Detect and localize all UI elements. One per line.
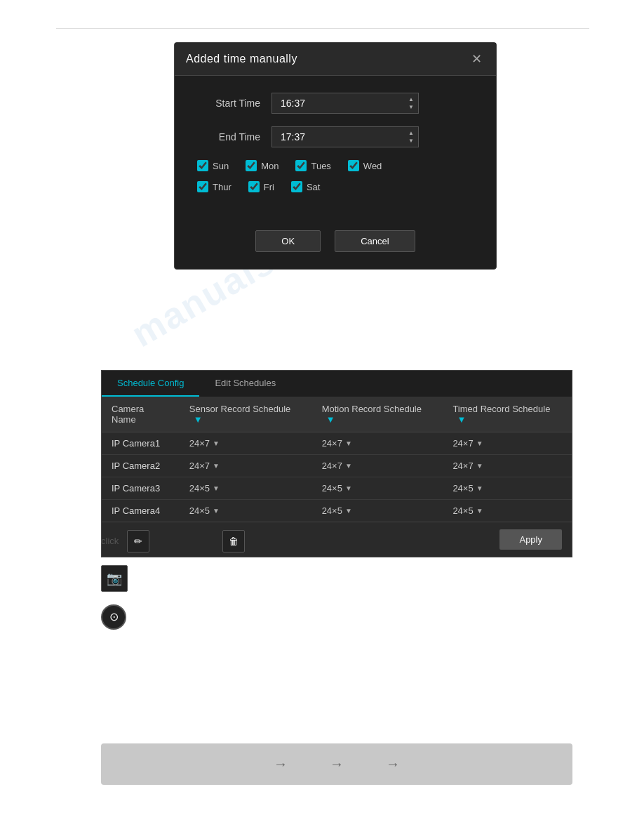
start-time-spinner[interactable]: ▲ ▼ <box>404 94 418 112</box>
sensor-value-3: 24×5 <box>189 505 210 516</box>
checkbox-thur[interactable] <box>197 181 208 192</box>
timed-value-0: 24×7 <box>452 438 473 449</box>
sensor-chevron-3: ▼ <box>213 507 220 515</box>
icon-section: click ✏ 🗑 📷 ⊙ <box>101 530 245 642</box>
checkbox-fri[interactable] <box>248 181 260 192</box>
nav-arrow-2[interactable]: → <box>330 756 344 772</box>
sensor-select-1[interactable]: 24×7 ▼ <box>189 461 302 471</box>
motion-value-1: 24×7 <box>322 461 342 471</box>
sensor-value-1: 24×7 <box>189 461 210 471</box>
schedule-config-section: Schedule Config Edit Schedules Camera Na… <box>101 370 572 557</box>
motion-select-1[interactable]: 24×7 ▼ <box>322 461 434 471</box>
end-time-up[interactable]: ▲ <box>408 129 414 137</box>
timed-chevron-1: ▼ <box>476 462 483 470</box>
motion-select-2[interactable]: 24×5 ▼ <box>322 483 434 494</box>
day-wed[interactable]: Wed <box>348 160 382 171</box>
cell-timed-3: 24×5 ▼ <box>443 500 572 522</box>
day-tues[interactable]: Tues <box>295 160 330 171</box>
dialog-footer: OK Cancel <box>175 219 496 269</box>
end-time-value: 17:37 <box>272 127 404 147</box>
motion-value-3: 24×5 <box>322 505 342 516</box>
edit-icon: ✏ <box>127 530 149 552</box>
sensor-chevron-0: ▼ <box>213 439 220 447</box>
tab-edit-schedules[interactable]: Edit Schedules <box>199 371 291 397</box>
dialog-close-button[interactable]: ✕ <box>469 51 485 67</box>
day-mon-label: Mon <box>261 161 279 171</box>
cell-motion-1: 24×7 ▼ <box>312 455 443 477</box>
sensor-value-0: 24×7 <box>189 438 210 449</box>
checkbox-mon[interactable] <box>246 160 257 171</box>
dialog-titlebar: Added time manually ✕ <box>175 43 496 76</box>
start-time-field[interactable]: 16:37 ▲ ▼ <box>271 93 419 114</box>
cell-sensor-1: 24×7 ▼ <box>180 455 312 477</box>
day-sat[interactable]: Sat <box>291 181 321 192</box>
nav-arrow-1[interactable]: → <box>274 756 288 772</box>
dialog-body: Start Time 16:37 ▲ ▼ End Time 17:37 ▲ ▼ <box>175 76 496 219</box>
table-header-row: Camera Name Sensor Record Schedule ▼ Mot… <box>102 397 572 432</box>
sensor-select-0[interactable]: 24×7 ▼ <box>189 438 302 449</box>
timed-select-2[interactable]: 24×5 ▼ <box>452 483 562 494</box>
table-row: IP Camera4 24×5 ▼ 24×5 ▼ 24×5 ▼ <box>102 500 572 522</box>
col-motion-record: Motion Record Schedule ▼ <box>312 397 443 432</box>
start-time-label: Start Time <box>197 98 260 109</box>
cell-camera-name-2: IP Camera3 <box>102 477 180 500</box>
dialog-title: Added time manually <box>186 53 297 65</box>
start-time-value: 16:37 <box>272 93 404 113</box>
ok-button[interactable]: OK <box>255 230 321 252</box>
bottom-nav-bar: → → → <box>101 743 572 785</box>
cell-sensor-2: 24×5 ▼ <box>180 477 312 500</box>
end-time-field[interactable]: 17:37 ▲ ▼ <box>271 126 419 147</box>
tab-schedule-config[interactable]: Schedule Config <box>102 371 199 397</box>
day-thur-label: Thur <box>213 182 232 192</box>
checkbox-sat[interactable] <box>291 181 302 192</box>
motion-chevron-0: ▼ <box>345 439 352 447</box>
cancel-button[interactable]: Cancel <box>335 230 415 252</box>
day-wed-label: Wed <box>363 161 382 171</box>
timed-select-1[interactable]: 24×7 ▼ <box>452 461 562 471</box>
checkbox-tues[interactable] <box>295 160 307 171</box>
start-time-down[interactable]: ▼ <box>408 103 414 111</box>
sensor-select-2[interactable]: 24×5 ▼ <box>189 483 302 494</box>
day-sat-label: Sat <box>307 182 321 192</box>
sensor-select-3[interactable]: 24×5 ▼ <box>189 505 302 516</box>
dialog-added-time: Added time manually ✕ Start Time 16:37 ▲… <box>174 42 497 270</box>
cell-timed-1: 24×7 ▼ <box>443 455 572 477</box>
schedule-tabs: Schedule Config Edit Schedules <box>102 371 572 397</box>
cell-motion-2: 24×5 ▼ <box>312 477 443 500</box>
table-row: IP Camera2 24×7 ▼ 24×7 ▼ 24×7 ▼ <box>102 455 572 477</box>
motion-value-0: 24×7 <box>322 438 342 449</box>
col-sensor-record: Sensor Record Schedule ▼ <box>180 397 312 432</box>
cell-timed-2: 24×5 ▼ <box>443 477 572 500</box>
day-thur[interactable]: Thur <box>197 181 232 192</box>
day-fri-label: Fri <box>264 182 274 192</box>
start-time-up[interactable]: ▲ <box>408 95 414 103</box>
motion-col-chevron: ▼ <box>326 414 335 425</box>
sensor-value-2: 24×5 <box>189 483 210 494</box>
camera-record-icon: 📷 <box>101 565 128 592</box>
col-timed-record: Timed Record Schedule ▼ <box>443 397 572 432</box>
cell-camera-name-0: IP Camera1 <box>102 432 180 455</box>
apply-button[interactable]: Apply <box>499 529 562 550</box>
cell-sensor-3: 24×5 ▼ <box>180 500 312 522</box>
end-time-down[interactable]: ▼ <box>408 137 414 145</box>
days-row-1: Sun Mon Tues Wed <box>197 160 474 171</box>
cell-timed-0: 24×7 ▼ <box>443 432 572 455</box>
day-fri[interactable]: Fri <box>248 181 274 192</box>
nav-arrow-3[interactable]: → <box>386 756 400 772</box>
end-time-spinner[interactable]: ▲ ▼ <box>404 128 418 146</box>
motion-chevron-3: ▼ <box>345 507 352 515</box>
motion-chevron-1: ▼ <box>345 462 352 470</box>
table-row: IP Camera3 24×5 ▼ 24×5 ▼ 24×5 ▼ <box>102 477 572 500</box>
motion-chevron-2: ▼ <box>345 484 352 492</box>
day-mon[interactable]: Mon <box>246 160 279 171</box>
timed-select-3[interactable]: 24×5 ▼ <box>452 505 562 516</box>
checkbox-sun[interactable] <box>197 160 208 171</box>
timed-col-chevron: ▼ <box>457 414 466 425</box>
day-sun[interactable]: Sun <box>197 160 229 171</box>
checkbox-wed[interactable] <box>348 160 359 171</box>
motion-select-3[interactable]: 24×5 ▼ <box>322 505 434 516</box>
motion-select-0[interactable]: 24×7 ▼ <box>322 438 434 449</box>
snapshot-icon: ⊙ <box>101 604 126 630</box>
timed-select-0[interactable]: 24×7 ▼ <box>452 438 562 449</box>
end-time-row: End Time 17:37 ▲ ▼ <box>197 126 474 147</box>
